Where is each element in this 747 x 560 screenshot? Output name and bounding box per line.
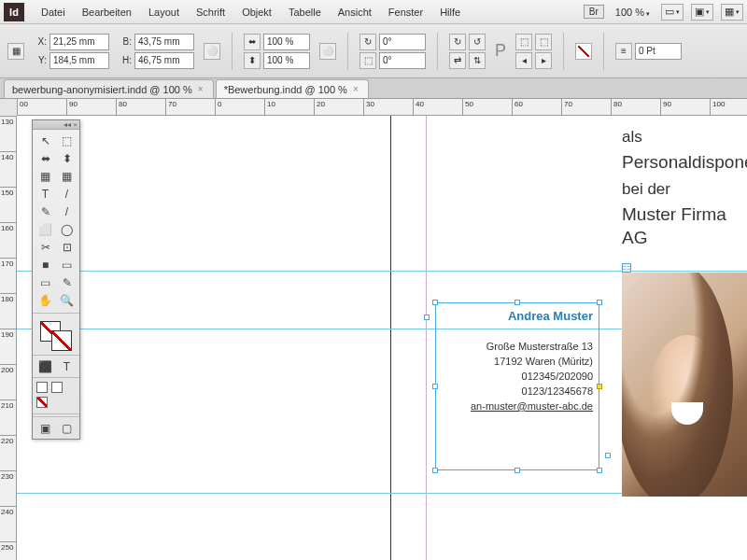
handle-br[interactable] — [597, 468, 602, 473]
tools-panel[interactable]: ◂◂ × ↖⬚⬌⬍▦▦T/✎/⬜◯✂⊡■▭▭✎✋🔍 ⬛ T ▣ ▢ — [32, 119, 80, 440]
pencil-tool[interactable]: / — [56, 203, 78, 220]
handle-mr[interactable] — [597, 384, 602, 389]
menu-ansicht[interactable]: Ansicht — [331, 3, 379, 21]
tab-1-close[interactable]: × — [198, 84, 204, 94]
guide-horizontal-1[interactable] — [17, 271, 747, 272]
apply-gradient-swatch[interactable] — [36, 397, 48, 408]
frame-link-icon[interactable]: ⊂⊃ — [622, 263, 631, 273]
handle-tc[interactable] — [514, 300, 520, 305]
menu-bar: Id Datei Bearbeiten Layout Schrift Objek… — [0, 0, 747, 24]
scale-y-input[interactable] — [263, 52, 310, 69]
x-label: X: — [34, 36, 47, 47]
tab-2[interactable]: *Bewerbung.indd @ 100 %× — [216, 79, 369, 98]
portrait-photo[interactable] — [622, 273, 747, 497]
flip-h-icon[interactable]: ⇄ — [449, 52, 466, 69]
select-content-icon[interactable]: ⬚ — [535, 34, 552, 50]
fill-swatch[interactable] — [575, 43, 592, 60]
tools-panel-header[interactable]: ◂◂ × — [33, 120, 79, 130]
gradient-swatch-tool[interactable]: ■ — [35, 256, 56, 273]
handle-bl[interactable] — [432, 468, 438, 473]
x-input[interactable] — [49, 34, 109, 50]
content-collector-tool[interactable]: ▦ — [35, 167, 56, 185]
arrange-icon[interactable]: ▦▾ — [721, 4, 743, 21]
document-tabs: bewerbung-anonymisiert.indd @ 100 %× *Be… — [0, 78, 747, 99]
select-next-icon[interactable]: ▸ — [535, 52, 552, 69]
menu-layout[interactable]: Layout — [141, 3, 187, 21]
handle-tl[interactable] — [432, 300, 438, 305]
menu-bearbeiten[interactable]: Bearbeiten — [75, 3, 139, 21]
handle-ml[interactable] — [432, 384, 438, 389]
rotate-icon: ↻ — [359, 34, 376, 50]
tab-2-close[interactable]: × — [353, 84, 359, 94]
height-input[interactable] — [134, 52, 194, 69]
zoom-tool[interactable]: 🔍 — [56, 291, 78, 309]
handle-bc[interactable] — [514, 468, 520, 473]
y-label: Y: — [34, 55, 47, 65]
format-text-icon[interactable]: T — [56, 357, 78, 375]
content-placer-tool[interactable]: ▦ — [56, 167, 78, 185]
stroke-weight-icon: ≡ — [615, 43, 632, 60]
eyedropper-tool[interactable]: ✎ — [56, 273, 78, 291]
scissors-tool[interactable]: ✂ — [35, 238, 56, 256]
out-port[interactable] — [605, 453, 611, 458]
view-options-icon[interactable]: ▭▾ — [661, 4, 684, 21]
rotate-cw-icon[interactable]: ↻ — [449, 34, 466, 50]
note-tool[interactable]: ▭ — [35, 273, 56, 291]
workspace: 009080700102030405060708090100 130140150… — [0, 99, 747, 560]
y-input[interactable] — [49, 52, 109, 69]
h-label: H: — [119, 55, 132, 65]
shear-input[interactable] — [379, 52, 426, 69]
rotate-ccw-icon[interactable]: ↺ — [469, 34, 486, 50]
gap-tool[interactable]: ⬍ — [56, 149, 78, 167]
app-logo: Id — [4, 3, 24, 21]
free-transform-tool[interactable]: ⊡ — [56, 238, 78, 256]
rectangle-frame-tool[interactable]: ⬜ — [35, 220, 56, 238]
in-port[interactable] — [424, 315, 430, 320]
fill-stroke-swatches[interactable] — [33, 315, 79, 355]
shear-icon: ⬚ — [359, 52, 376, 69]
constrain-icon[interactable]: ⚪ — [204, 43, 220, 60]
apply-none-swatch[interactable] — [36, 382, 48, 393]
menu-datei[interactable]: Datei — [34, 3, 73, 21]
line-tool[interactable]: / — [56, 185, 78, 203]
rotation-input[interactable] — [379, 34, 426, 50]
type-tool[interactable]: T — [35, 185, 56, 203]
stroke-swatch-panel[interactable] — [51, 330, 72, 351]
vertical-ruler[interactable]: 130140150160170180190200210220230240250 — [0, 116, 17, 560]
view-mode-normal-icon[interactable]: ▣ — [35, 419, 56, 437]
gradient-feather-tool[interactable]: ▭ — [56, 256, 78, 273]
constrain-scale-icon[interactable]: ⚪ — [319, 43, 336, 60]
tab-1[interactable]: bewerbung-anonymisiert.indd @ 100 %× — [4, 79, 214, 98]
format-container-icon[interactable]: ⬛ — [35, 357, 56, 375]
doc-text-line2: Personaldispone — [622, 151, 747, 175]
bridge-button[interactable]: Br — [584, 5, 604, 19]
screen-mode-icon[interactable]: ▣▾ — [691, 4, 713, 21]
menu-schrift[interactable]: Schrift — [189, 3, 233, 21]
view-mode-preview-icon[interactable]: ▢ — [56, 419, 78, 437]
select-container-icon[interactable]: ⬚ — [515, 34, 532, 50]
stroke-weight-input[interactable] — [635, 43, 682, 60]
selected-text-frame[interactable]: Andrea Muster Große Musterstraße 13 1719… — [435, 302, 599, 470]
apply-color-swatch[interactable] — [51, 382, 63, 393]
pen-tool[interactable]: ✎ — [35, 203, 56, 220]
canvas[interactable]: als Personaldispone bei der Muster Firma… — [17, 116, 747, 560]
menu-hilfe[interactable]: Hilfe — [432, 3, 468, 21]
b-label: B: — [119, 36, 132, 47]
direct-selection-tool[interactable]: ⬚ — [56, 132, 78, 149]
select-prev-icon[interactable]: ◂ — [515, 52, 532, 69]
page-tool[interactable]: ⬌ — [35, 149, 56, 167]
flip-v-icon[interactable]: ⇅ — [469, 52, 486, 69]
selection-tool[interactable]: ↖ — [35, 132, 56, 149]
menu-objekt[interactable]: Objekt — [234, 3, 279, 21]
reference-point-icon[interactable]: ▦ — [7, 43, 24, 60]
frame-addr2: 17192 Waren (Müritz) — [471, 355, 593, 370]
handle-tr[interactable] — [597, 300, 602, 305]
hand-tool[interactable]: ✋ — [35, 291, 56, 309]
scale-x-input[interactable] — [263, 34, 310, 50]
zoom-field[interactable]: 100 %▾ — [612, 6, 654, 19]
menu-tabelle[interactable]: Tabelle — [281, 3, 329, 21]
horizontal-ruler[interactable]: 009080700102030405060708090100 — [17, 99, 747, 116]
width-input[interactable] — [134, 34, 194, 50]
ellipse-frame-tool[interactable]: ◯ — [56, 220, 78, 238]
menu-fenster[interactable]: Fenster — [381, 3, 430, 21]
